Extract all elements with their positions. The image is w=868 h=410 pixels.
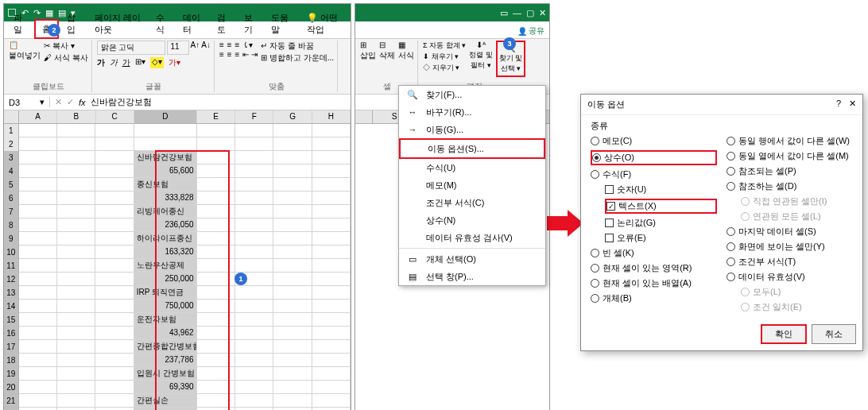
cell[interactable] <box>95 259 134 273</box>
cell[interactable] <box>312 137 351 151</box>
tab-insert[interactable]: 삽입 <box>60 10 86 38</box>
cell[interactable] <box>57 394 95 408</box>
font-size[interactable]: 11 <box>167 41 189 55</box>
radio-option[interactable]: 메모(C) <box>591 135 717 147</box>
menu-item[interactable]: 데이터 유효성 검사(V) <box>399 229 545 246</box>
cell[interactable] <box>312 354 351 367</box>
cell[interactable] <box>312 300 351 313</box>
radio-option[interactable]: 빈 셀(K) <box>591 247 717 259</box>
cell[interactable] <box>312 219 351 232</box>
cell[interactable] <box>273 300 312 313</box>
cell[interactable] <box>19 367 57 381</box>
checkbox-option[interactable]: ✓텍스트(X) <box>605 199 717 214</box>
cell[interactable] <box>57 219 95 232</box>
cell[interactable] <box>273 381 312 394</box>
cell[interactable] <box>57 327 95 340</box>
cell[interactable] <box>19 259 57 273</box>
font-select[interactable]: 맑은 고딕 <box>97 41 165 55</box>
grow-font-icon[interactable]: A↑ <box>191 41 200 55</box>
cell[interactable] <box>57 246 95 259</box>
cell[interactable] <box>235 219 273 232</box>
align-left-icon[interactable]: ≡ <box>219 50 224 59</box>
cell[interactable] <box>312 286 351 300</box>
cell[interactable] <box>95 151 134 164</box>
row-header[interactable]: 1 <box>4 124 19 137</box>
cell[interactable] <box>95 367 134 381</box>
radio-option[interactable]: 현재 셀이 있는 영역(R) <box>591 262 717 274</box>
orientation-icon[interactable]: ⤹▾ <box>242 41 253 49</box>
autosum-button[interactable]: Σ 자동 합계 ▾ <box>423 41 466 51</box>
cell[interactable] <box>235 340 273 354</box>
merge-button[interactable]: ⊞ 병합하고 가운데... <box>261 52 334 64</box>
cell[interactable] <box>235 137 273 151</box>
cell[interactable] <box>19 300 57 313</box>
row-header[interactable]: 13 <box>4 286 19 300</box>
cell[interactable] <box>95 205 134 219</box>
radio-option[interactable]: 상수(O) <box>591 150 717 165</box>
cell[interactable] <box>95 246 134 259</box>
radio-option[interactable]: 마지막 데이터 셀(S) <box>727 226 853 238</box>
radio-option[interactable]: 개체(B) <box>591 292 717 304</box>
cell[interactable] <box>19 232 57 246</box>
redo-icon[interactable]: ↷ <box>33 8 41 18</box>
tab-help[interactable]: 도움말 <box>265 10 296 38</box>
cell[interactable] <box>273 394 312 408</box>
cell[interactable] <box>57 313 95 327</box>
menu-item[interactable]: 🔍찾기(F)... <box>399 86 545 103</box>
cell[interactable] <box>312 232 351 246</box>
format-cell-button[interactable]: ▦서식 <box>398 41 414 61</box>
cell[interactable] <box>57 273 95 286</box>
cell[interactable] <box>95 354 134 367</box>
menu-item[interactable]: ↔바꾸기(R)... <box>399 103 545 121</box>
font-color-button[interactable]: 가▾ <box>169 57 180 68</box>
cell[interactable] <box>95 137 134 151</box>
enter-icon[interactable]: ✓ <box>67 97 74 107</box>
cell[interactable] <box>273 151 312 164</box>
align-top-icon[interactable]: ≡ <box>219 41 224 49</box>
search-box[interactable]: 💡 어떤 작업 <box>300 10 351 38</box>
tab-data[interactable]: 데이터 <box>176 10 208 38</box>
row-header[interactable]: 10 <box>4 246 19 259</box>
cell[interactable] <box>57 354 95 367</box>
cell[interactable] <box>57 286 95 300</box>
cell[interactable] <box>57 340 95 354</box>
cell[interactable] <box>235 381 273 394</box>
ok-button[interactable]: 확인 <box>761 324 807 344</box>
cell[interactable] <box>19 313 57 327</box>
cell[interactable] <box>19 137 57 151</box>
cell[interactable] <box>312 340 351 354</box>
paste-button[interactable]: 📋붙여넣기 <box>9 41 41 61</box>
cell[interactable] <box>19 327 57 340</box>
row-header[interactable]: 15 <box>4 313 19 327</box>
cell[interactable] <box>57 191 95 205</box>
cell[interactable] <box>57 232 95 246</box>
align-bottom-icon[interactable]: ≡ <box>235 41 240 49</box>
cell[interactable] <box>19 340 57 354</box>
cell[interactable] <box>95 273 134 286</box>
cell[interactable] <box>312 259 351 273</box>
cell[interactable] <box>57 178 95 191</box>
row-header[interactable]: 12 <box>4 273 19 286</box>
indent-icon[interactable]: ⇤ ⇥ <box>242 50 258 59</box>
cell[interactable] <box>95 313 134 327</box>
cell[interactable] <box>19 164 57 178</box>
row-header[interactable]: 20 <box>4 381 19 394</box>
cell[interactable] <box>312 151 351 164</box>
cell[interactable] <box>273 178 312 191</box>
tab-layout[interactable]: 페이지 레이아웃 <box>88 10 148 38</box>
cell[interactable] <box>273 164 312 178</box>
row-header[interactable]: 16 <box>4 327 19 340</box>
fx-icon[interactable]: fx <box>79 98 86 107</box>
cell[interactable] <box>134 137 197 151</box>
cell[interactable] <box>312 164 351 178</box>
row-header[interactable]: 11 <box>4 259 19 273</box>
row-header[interactable]: 7 <box>4 205 19 219</box>
row-header[interactable]: 21 <box>4 394 19 408</box>
cell[interactable] <box>273 205 312 219</box>
align-middle-icon[interactable]: ≡ <box>227 41 232 49</box>
menu-item[interactable]: 상수(N) <box>399 211 545 229</box>
cell[interactable] <box>312 313 351 327</box>
maximize-icon[interactable]: ▢ <box>526 8 534 18</box>
tab-formula[interactable]: 수식 <box>149 10 175 38</box>
cell[interactable] <box>95 164 134 178</box>
